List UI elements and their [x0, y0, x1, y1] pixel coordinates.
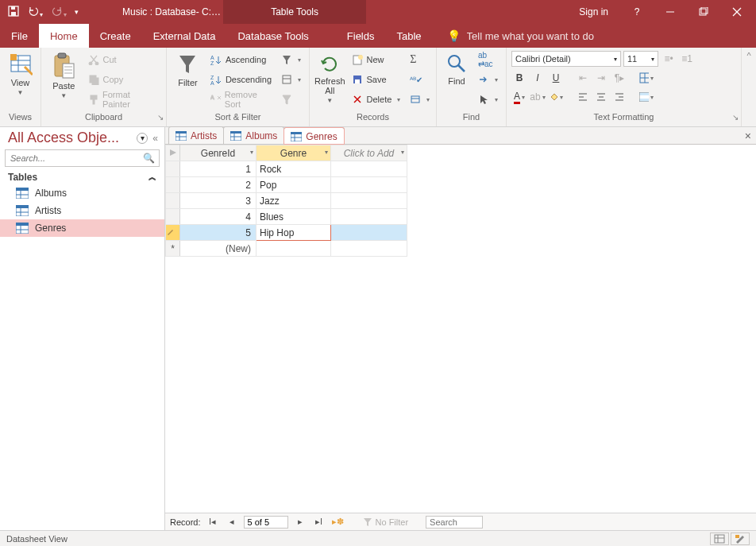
cell-empty[interactable] — [331, 209, 407, 225]
nav-search[interactable]: 🔍 — [5, 149, 160, 167]
alt-row-color-button[interactable]: ▾ — [638, 89, 654, 105]
underline-button[interactable]: U — [548, 70, 564, 86]
new-record-nav-button[interactable]: ▸✽ — [331, 517, 345, 527]
nav-title[interactable]: All Access Obje... — [8, 130, 119, 146]
totals-button[interactable]: Σ — [407, 51, 433, 68]
increase-indent-button[interactable]: ⇥ — [593, 70, 609, 86]
toggle-filter-button[interactable] — [278, 91, 304, 108]
advanced-filter-button[interactable]: ▾ — [278, 71, 304, 88]
signin-link[interactable]: Sign in — [568, 6, 619, 17]
descending-button[interactable]: ZADescending — [207, 71, 275, 88]
tab-table[interactable]: Table — [386, 24, 433, 48]
help-icon[interactable]: ? — [621, 0, 653, 24]
find-button[interactable]: Find — [442, 51, 472, 86]
row-selector[interactable] — [166, 193, 180, 209]
undo-icon[interactable]: ▾ — [27, 6, 43, 19]
save-icon[interactable] — [8, 6, 19, 19]
table-row[interactable]: 2Pop — [166, 177, 407, 193]
cell-genre[interactable]: Blues — [256, 209, 331, 225]
row-selector[interactable] — [166, 177, 180, 193]
close-tab-icon[interactable]: × — [745, 130, 751, 142]
cell-new-genre[interactable] — [256, 241, 331, 257]
ascending-button[interactable]: AZAscending — [207, 51, 275, 68]
align-left-button[interactable] — [575, 89, 591, 105]
shutter-bar-icon[interactable]: « — [152, 133, 158, 144]
cell-empty[interactable] — [331, 177, 407, 193]
ltr-button[interactable]: ¶▸ — [611, 70, 627, 86]
spelling-button[interactable]: ᴬᴮ✔ — [407, 71, 433, 88]
tell-me[interactable]: 💡 — [433, 24, 665, 48]
cell-new-id[interactable]: (New) — [180, 241, 256, 257]
column-header-genre[interactable]: Genre▾ — [256, 145, 331, 161]
paste-button[interactable]: Paste▼ — [46, 51, 82, 99]
delete-record-button[interactable]: Delete▾ — [349, 91, 404, 108]
datasheet[interactable]: GenreId▾Genre▾Click to Add▾1Rock2Pop3Jaz… — [165, 145, 756, 513]
format-painter-button[interactable]: Format Painter — [85, 91, 162, 108]
cell-id[interactable]: 1 — [180, 161, 256, 177]
cell-id[interactable]: 2 — [180, 177, 256, 193]
redo-icon[interactable]: ▾ — [51, 6, 67, 19]
refresh-all-button[interactable]: Refresh All▼ — [314, 51, 345, 104]
table-row[interactable]: 3Jazz — [166, 193, 407, 209]
maximize-icon[interactable] — [688, 0, 719, 24]
tab-home[interactable]: Home — [39, 24, 89, 48]
cell-empty[interactable] — [331, 193, 407, 209]
prev-record-button[interactable]: ◂ — [225, 517, 239, 527]
cell-genre[interactable]: Rock — [256, 161, 331, 177]
design-view-switch[interactable] — [731, 532, 750, 545]
new-record-button[interactable]: New — [349, 51, 404, 68]
datasheet-search-input[interactable] — [426, 516, 483, 529]
tab-database-tools[interactable]: Database Tools — [226, 24, 319, 48]
cell-id[interactable]: 3 — [180, 193, 256, 209]
more-records-button[interactable]: ▾ — [407, 91, 433, 108]
column-header-genreid[interactable]: GenreId▾ — [180, 145, 256, 161]
remove-sort-button[interactable]: ARemove Sort — [207, 91, 275, 108]
record-position-input[interactable] — [244, 516, 288, 529]
gridlines-button[interactable]: ▾ — [638, 70, 654, 86]
font-size-combo[interactable]: 11▾ — [623, 51, 658, 67]
close-icon[interactable] — [721, 0, 753, 24]
cell-id[interactable]: 4 — [180, 209, 256, 225]
collapse-ribbon-icon[interactable]: ^ — [746, 51, 750, 60]
fill-color-button[interactable]: ▾ — [548, 89, 564, 105]
cell-empty[interactable] — [331, 241, 407, 257]
dialog-launcher-icon[interactable]: ↘ — [157, 113, 164, 122]
collapse-group-icon[interactable]: ︽ — [148, 172, 156, 183]
cell-empty[interactable] — [331, 161, 407, 177]
nav-group-tables[interactable]: Tables ︽ — [0, 168, 164, 184]
decrease-indent-button[interactable]: ⇤ — [575, 70, 591, 86]
row-selector[interactable] — [166, 209, 180, 225]
view-button[interactable]: View▼ — [5, 51, 36, 96]
align-center-button[interactable] — [593, 89, 609, 105]
doc-tab-artists[interactable]: Artists — [168, 126, 224, 144]
selection-filter-button[interactable]: ▾ — [278, 51, 304, 68]
bold-button[interactable]: B — [511, 70, 527, 86]
select-button[interactable]: ▾ — [475, 91, 501, 108]
cell-genre[interactable]: Pop — [256, 177, 331, 193]
nav-item-artists[interactable]: Artists — [0, 202, 164, 219]
nav-search-input[interactable] — [6, 153, 139, 163]
next-record-button[interactable]: ▸ — [293, 517, 307, 527]
search-icon[interactable]: 🔍 — [139, 153, 159, 164]
cell-id[interactable]: 5 — [180, 225, 256, 241]
select-all-cell[interactable] — [166, 145, 180, 161]
tab-external-data[interactable]: External Data — [142, 24, 227, 48]
new-row[interactable]: *(New) — [166, 241, 407, 257]
nav-menu-icon[interactable]: ▾ — [137, 133, 148, 144]
tab-file[interactable]: File — [0, 24, 39, 48]
table-row[interactable]: 4Blues — [166, 209, 407, 225]
qat-customize-icon[interactable]: ▾ — [75, 8, 79, 16]
numbering-button[interactable]: ≡1 — [679, 51, 695, 67]
table-row[interactable]: 5Hip Hop — [166, 225, 407, 241]
row-selector[interactable] — [166, 161, 180, 177]
first-record-button[interactable]: I◂ — [206, 517, 220, 527]
font-name-combo[interactable]: Calibri (Detail)▾ — [511, 51, 621, 67]
dialog-launcher-icon[interactable]: ↘ — [732, 113, 739, 122]
replace-button[interactable]: ab⇄ac — [475, 51, 501, 68]
doc-tab-albums[interactable]: Albums — [223, 126, 284, 144]
align-right-button[interactable] — [611, 89, 627, 105]
cell-genre[interactable]: Hip Hop — [256, 225, 331, 241]
cut-button[interactable]: Cut — [85, 51, 162, 68]
copy-button[interactable]: Copy — [85, 71, 162, 88]
click-to-add-column[interactable]: Click to Add▾ — [331, 145, 407, 161]
